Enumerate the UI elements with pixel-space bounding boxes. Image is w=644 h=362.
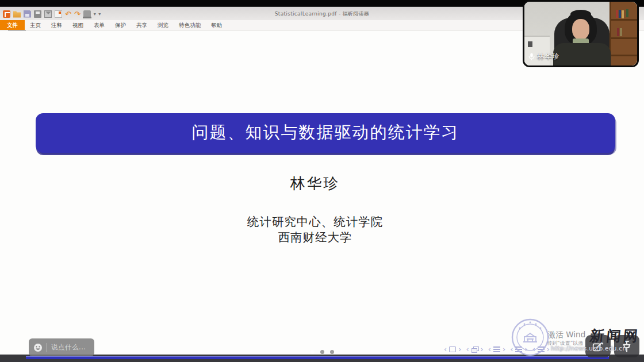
tab-file[interactable]: 文件 <box>0 20 25 30</box>
nav-group-scroll-1: ‹ › <box>488 345 505 353</box>
prev-arrow[interactable]: ‹ <box>466 345 469 353</box>
tab-home[interactable]: 主页 <box>25 20 46 30</box>
print-icon[interactable] <box>34 10 41 18</box>
chat-placeholder: 说点什么... <box>51 343 86 352</box>
chat-divider <box>47 343 47 352</box>
email-icon[interactable] <box>44 10 52 18</box>
quick-print-icon[interactable] <box>55 10 62 18</box>
bookshelf <box>610 2 637 66</box>
redo-icon[interactable]: ↷ <box>74 10 80 18</box>
prev-arrow[interactable]: ‹ <box>488 345 491 353</box>
slide-title-banner: 问题、知识与数据驱动的统计学习 <box>36 113 615 153</box>
cascade-windows-icon[interactable] <box>471 346 478 352</box>
screen-mode-icon[interactable] <box>449 346 456 352</box>
participant-label: 林华珍 <box>528 52 559 61</box>
open-file-icon[interactable] <box>13 10 21 18</box>
nav-group-windows: ‹ › <box>466 345 483 353</box>
undo-icon[interactable]: ↶ <box>65 10 71 18</box>
tab-share[interactable]: 共享 <box>131 20 152 30</box>
video-frame: StatisticalLearning.pdf - 福昕阅读器 ↶ ↷ ▾ ▾ … <box>0 0 644 362</box>
pager-dot[interactable] <box>310 350 315 354</box>
news-network-logo: 新闻网 <box>589 326 641 345</box>
tab-view[interactable]: 视图 <box>67 20 89 30</box>
foxit-logo-icon[interactable] <box>3 10 10 18</box>
slide-page: 问题、知识与数据驱动的统计学习 林华珍 统计研究中心、统计学院 西南财经大学 <box>0 31 644 355</box>
next-arrow[interactable]: › <box>503 345 505 353</box>
tab-form[interactable]: 表单 <box>89 20 110 30</box>
tab-comment[interactable]: 注释 <box>46 20 67 30</box>
slide-pager <box>310 350 334 354</box>
webcam-tile[interactable]: 林华珍 <box>524 2 637 66</box>
emoji-smiley-icon[interactable] <box>33 343 43 352</box>
tab-special-features[interactable]: 特色功能 <box>174 20 206 30</box>
quick-access-toolbar: ↶ ↷ ▾ ▾ <box>3 10 101 18</box>
participant-name: 林华珍 <box>537 52 559 61</box>
slide-title: 问题、知识与数据驱动的统计学习 <box>36 113 615 152</box>
chat-input[interactable]: 说点什么... <box>29 338 94 356</box>
save-icon[interactable] <box>24 10 31 18</box>
slide-affiliation-2: 西南财经大学 <box>0 229 630 245</box>
slide-author: 林华珍 <box>0 174 630 194</box>
slide-affiliation-1: 统计研究中心、统计学院 <box>0 214 630 230</box>
next-arrow[interactable]: › <box>481 345 484 353</box>
tab-browse[interactable]: 浏览 <box>152 20 174 30</box>
news-site-url: http://news.ustb.edu.cn <box>551 345 626 352</box>
nav-group-screen: ‹ › <box>444 345 461 353</box>
stamp-icon[interactable] <box>83 10 91 18</box>
next-arrow[interactable]: › <box>458 345 461 353</box>
university-seal-watermark <box>511 318 550 357</box>
tab-protect[interactable]: 保护 <box>110 20 131 30</box>
prev-arrow[interactable]: ‹ <box>444 345 447 353</box>
scroll-list-icon[interactable] <box>493 346 500 352</box>
microphone-icon <box>528 53 535 60</box>
pager-dot[interactable] <box>330 350 334 354</box>
windows-activation-text: 激活 Wind <box>548 330 585 340</box>
toolbar-more-icon[interactable]: ▾ ▾ <box>94 11 102 17</box>
pager-dot[interactable] <box>320 350 324 354</box>
tab-help[interactable]: 帮助 <box>206 20 227 30</box>
